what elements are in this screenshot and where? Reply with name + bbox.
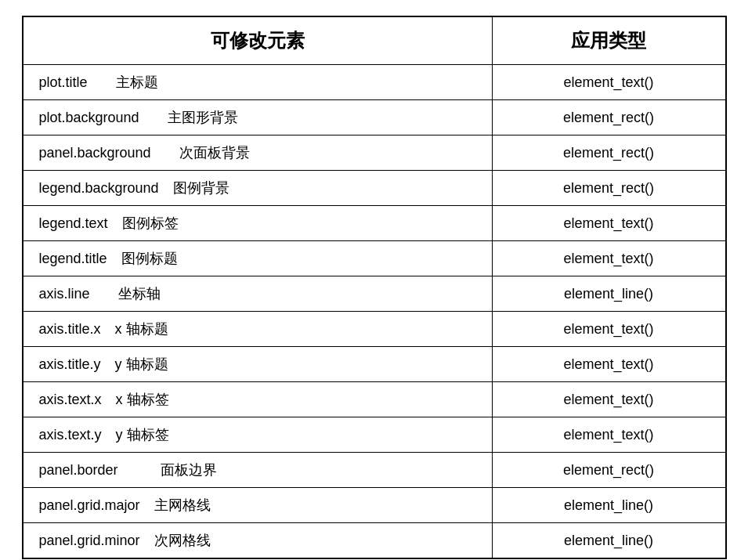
cell-element: axis.text.x x 轴标签: [23, 382, 493, 417]
table-row: legend.background 图例背景element_rect(): [23, 171, 726, 206]
cell-element: panel.border 面板边界: [23, 453, 493, 488]
header-row: 可修改元素 应用类型: [23, 16, 726, 65]
table-row: axis.title.y y 轴标题element_text(): [23, 347, 726, 382]
cell-element: legend.background 图例背景: [23, 171, 493, 206]
cell-type: element_text(): [492, 417, 725, 453]
cell-element: panel.background 次面板背景: [23, 135, 493, 171]
cell-type: element_text(): [492, 65, 725, 100]
cell-element: plot.title 主标题: [23, 65, 493, 100]
table-container: 可修改元素 应用类型 plot.title 主标题element_text()p…: [22, 16, 727, 559]
table-row: panel.background 次面板背景element_rect(): [23, 135, 726, 171]
cell-element: panel.grid.minor 次网格线: [23, 523, 493, 559]
table-row: axis.line 坐标轴element_line(): [23, 276, 726, 312]
header-element: 可修改元素: [23, 16, 493, 65]
reference-table: 可修改元素 应用类型 plot.title 主标题element_text()p…: [22, 16, 727, 559]
cell-type: element_line(): [492, 523, 725, 559]
table-row: axis.text.y y 轴标签element_text(): [23, 417, 726, 453]
cell-element: axis.title.x x 轴标题: [23, 312, 493, 347]
cell-element: panel.grid.major 主网格线: [23, 488, 493, 523]
table-row: plot.background 主图形背景element_rect(): [23, 100, 726, 135]
cell-type: element_rect(): [492, 100, 725, 135]
cell-type: element_text(): [492, 312, 725, 347]
cell-type: element_line(): [492, 488, 725, 523]
cell-type: element_line(): [492, 276, 725, 312]
cell-type: element_rect(): [492, 135, 725, 171]
table-row: legend.text 图例标签element_text(): [23, 206, 726, 241]
table-row: axis.title.x x 轴标题element_text(): [23, 312, 726, 347]
cell-type: element_text(): [492, 241, 725, 276]
table-row: panel.grid.minor 次网格线element_line(): [23, 523, 726, 559]
cell-element: legend.title 图例标题: [23, 241, 493, 276]
cell-type: element_text(): [492, 382, 725, 417]
cell-element: legend.text 图例标签: [23, 206, 493, 241]
cell-type: element_rect(): [492, 453, 725, 488]
cell-type: element_text(): [492, 347, 725, 382]
table-row: legend.title 图例标题element_text(): [23, 241, 726, 276]
table-row: panel.border 面板边界element_rect(): [23, 453, 726, 488]
cell-element: plot.background 主图形背景: [23, 100, 493, 135]
table-row: panel.grid.major 主网格线element_line(): [23, 488, 726, 523]
table-row: plot.title 主标题element_text(): [23, 65, 726, 100]
cell-type: element_text(): [492, 206, 725, 241]
cell-element: axis.line 坐标轴: [23, 276, 493, 312]
cell-element: axis.text.y y 轴标签: [23, 417, 493, 453]
table-row: axis.text.x x 轴标签element_text(): [23, 382, 726, 417]
cell-element: axis.title.y y 轴标题: [23, 347, 493, 382]
header-type: 应用类型: [492, 16, 725, 65]
cell-type: element_rect(): [492, 171, 725, 206]
